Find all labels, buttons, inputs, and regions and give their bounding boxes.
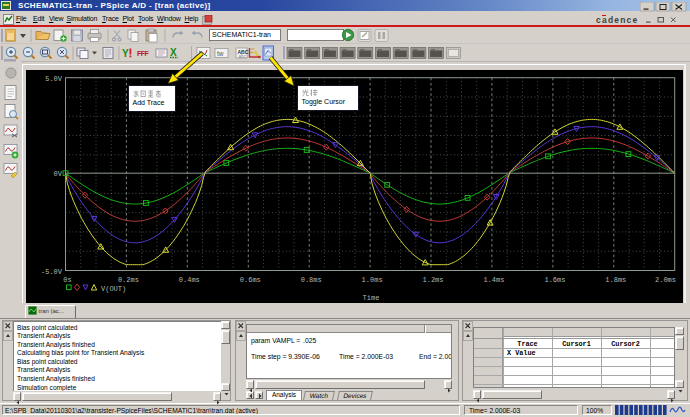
svg-text:0.6ms: 0.6ms bbox=[240, 276, 261, 284]
svg-text:0.8ms: 0.8ms bbox=[301, 276, 322, 284]
svg-text:1.4ms: 1.4ms bbox=[483, 276, 504, 284]
svg-text:1.0ms: 1.0ms bbox=[362, 276, 383, 284]
svg-text:Time: Time bbox=[363, 294, 380, 302]
svg-text:0s: 0s bbox=[63, 276, 71, 284]
svg-text:1.8ms: 1.8ms bbox=[605, 276, 626, 284]
svg-text:0V: 0V bbox=[54, 170, 63, 178]
svg-text:-5.0V: -5.0V bbox=[41, 268, 63, 276]
svg-text:V(OUT): V(OUT) bbox=[101, 285, 126, 293]
svg-text:1.6ms: 1.6ms bbox=[544, 276, 565, 284]
svg-text:2.0ms: 2.0ms bbox=[655, 276, 676, 284]
svg-text:0.4ms: 0.4ms bbox=[179, 276, 200, 284]
svg-text:0.2ms: 0.2ms bbox=[118, 276, 139, 284]
svg-text:1.2ms: 1.2ms bbox=[422, 276, 443, 284]
